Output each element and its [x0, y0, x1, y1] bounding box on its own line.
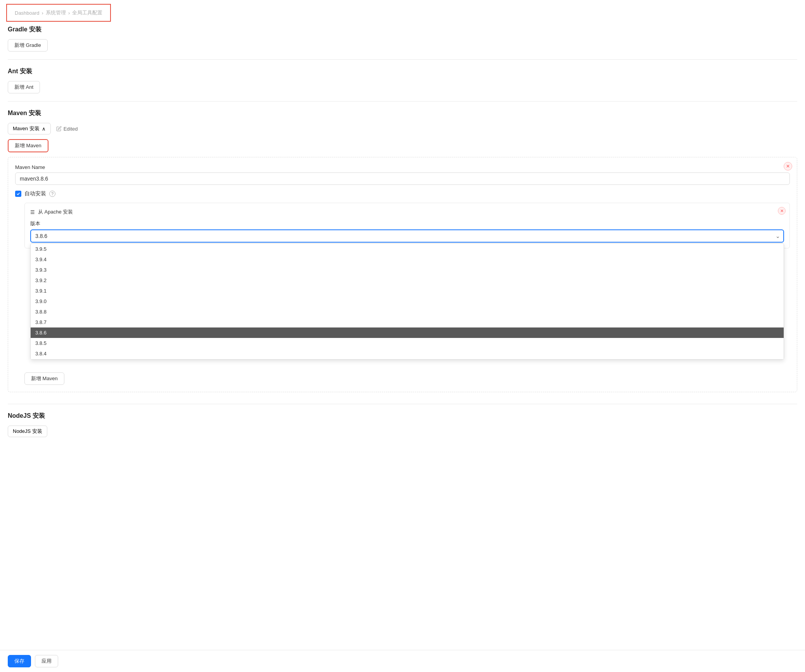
maven-title: Maven 安装 [8, 109, 797, 117]
menu-icon: ☰ [30, 209, 35, 215]
version-select[interactable]: 3.8.6 [30, 229, 784, 243]
breadcrumb-tools[interactable]: 全局工具配置 [72, 9, 102, 16]
maven-name-label: Maven Name [15, 164, 790, 170]
ant-title: Ant 安装 [8, 67, 797, 76]
maven-header: Maven 安装 ∧ Edited [8, 123, 797, 134]
version-option-3.9.5[interactable]: 3.9.5 [31, 244, 784, 254]
ant-section: Ant 安装 新增 Ant [8, 67, 797, 102]
version-option-3.9.2[interactable]: 3.9.2 [31, 275, 784, 286]
nodejs-section: NodeJS 安装 NodeJS 安装 [8, 412, 797, 437]
version-option-3.9.3[interactable]: 3.9.3 [31, 265, 784, 275]
edited-text: Edited [64, 126, 78, 132]
nodejs-header: NodeJS 安装 [8, 426, 797, 437]
add-ant-button[interactable]: 新增 Ant [8, 81, 40, 93]
maven-toggle-label: Maven 安装 [13, 125, 40, 132]
apache-card: ✕ ☰ 从 Apache 安装 版本 3.8.6 ⌄ 3.9.5 3.9.4 3 [24, 203, 790, 248]
maven-toggle-button[interactable]: Maven 安装 ∧ [8, 123, 51, 134]
help-icon[interactable]: ? [49, 191, 55, 197]
breadcrumb-home[interactable]: Dashboard [15, 10, 40, 16]
nodejs-title: NodeJS 安装 [8, 412, 797, 420]
breadcrumb-sep1: › [42, 10, 43, 16]
add-gradle-button[interactable]: 新增 Gradle [8, 39, 48, 52]
add-maven-button[interactable]: 新增 Maven [8, 139, 48, 152]
version-option-3.8.8[interactable]: 3.8.8 [31, 307, 784, 317]
nodejs-toggle-label: NodeJS 安装 [13, 428, 42, 435]
version-option-3.8.7[interactable]: 3.8.7 [31, 317, 784, 327]
version-option-3.8.6[interactable]: 3.8.6 [31, 327, 784, 338]
gradle-title: Gradle 安装 [8, 26, 797, 34]
pencil-icon [56, 126, 62, 131]
version-select-wrapper: 3.8.6 ⌄ 3.9.5 3.9.4 3.9.3 3.9.2 3.9.1 3.… [30, 229, 784, 243]
version-option-3.8.3[interactable]: 3.8.3 [31, 359, 784, 360]
add-maven-secondary-area: 新增 Maven [24, 372, 790, 385]
edited-indicator: Edited [56, 126, 78, 132]
apache-header: ☰ 从 Apache 安装 [30, 208, 784, 215]
breadcrumb-sep2: › [68, 10, 70, 16]
gradle-section: Gradle 安装 新增 Gradle [8, 26, 797, 60]
maven-card-close-button[interactable]: ✕ [784, 162, 792, 171]
version-option-3.8.4[interactable]: 3.8.4 [31, 348, 784, 359]
auto-install-label: 自动安装 [24, 190, 46, 197]
version-option-3.9.4[interactable]: 3.9.4 [31, 254, 784, 265]
nodejs-toggle-button[interactable]: NodeJS 安装 [8, 426, 47, 437]
version-label: 版本 [30, 220, 784, 227]
version-dropdown-list[interactable]: 3.9.5 3.9.4 3.9.3 3.9.2 3.9.1 3.9.0 3.8.… [30, 243, 784, 360]
version-option-3.9.0[interactable]: 3.9.0 [31, 296, 784, 307]
maven-card: ✕ Maven Name 自动安装 ? ✕ ☰ 从 Apache 安装 [8, 157, 797, 392]
version-option-3.9.1[interactable]: 3.9.1 [31, 286, 784, 296]
version-option-3.8.5[interactable]: 3.8.5 [31, 338, 784, 348]
add-maven-secondary-button[interactable]: 新增 Maven [24, 372, 64, 385]
chevron-up-icon: ∧ [42, 126, 46, 132]
apache-title: 从 Apache 安装 [38, 208, 73, 215]
apache-close-button[interactable]: ✕ [778, 207, 786, 215]
maven-section: Maven 安装 Maven 安装 ∧ Edited 新增 Maven ✕ Ma… [8, 109, 797, 404]
breadcrumb-system[interactable]: 系统管理 [46, 9, 66, 16]
breadcrumb: Dashboard › 系统管理 › 全局工具配置 [6, 4, 111, 22]
auto-install-checkbox[interactable] [15, 191, 21, 197]
auto-install-row: 自动安装 ? [15, 190, 790, 197]
maven-name-input[interactable] [15, 172, 790, 185]
